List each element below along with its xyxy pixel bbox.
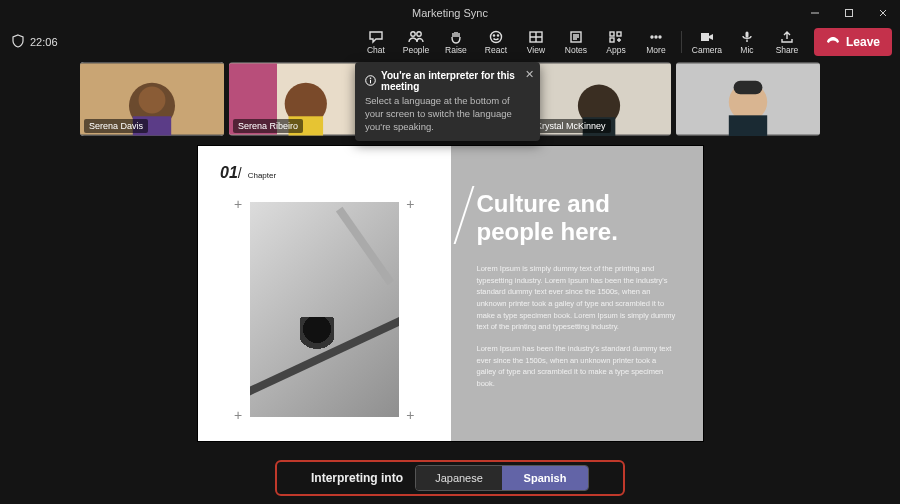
slide-heading: Culture and people here. xyxy=(477,190,678,245)
mic-icon xyxy=(739,30,755,44)
maximize-button[interactable] xyxy=(832,0,866,26)
meeting-toolbar: 22:06 Chat People Raise React View Notes… xyxy=(0,26,900,58)
minimize-button[interactable] xyxy=(798,0,832,26)
slide-paragraph: Lorem Ipsum has been the industry's stan… xyxy=(477,343,678,390)
svg-point-18 xyxy=(139,87,166,114)
apps-icon xyxy=(608,30,624,44)
chapter-number: 01 xyxy=(220,164,238,181)
crop-mark-icon: + xyxy=(234,407,242,423)
tooltip-title: You're an interpreter for this meeting xyxy=(381,70,530,92)
svg-point-4 xyxy=(493,34,494,35)
tooltip-body: Select a language at the bottom of your … xyxy=(365,95,530,133)
svg-point-3 xyxy=(490,31,501,42)
slide-paragraph: Lorem Ipsum is simply dummy text of the … xyxy=(477,263,678,333)
participant-tile[interactable] xyxy=(676,62,820,136)
shield-icon xyxy=(12,34,24,50)
slide-left-panel: 01/ Chapter + + + + xyxy=(198,146,451,441)
meeting-duration: 22:06 xyxy=(30,36,58,48)
interpreter-tooltip: ✕ You're an interpreter for this meeting… xyxy=(355,62,540,141)
meeting-status-left: 22:06 xyxy=(12,34,58,50)
react-button[interactable]: React xyxy=(477,27,515,57)
share-button[interactable]: Share xyxy=(768,27,806,57)
camera-icon xyxy=(699,30,715,44)
tooltip-close-button[interactable]: ✕ xyxy=(525,68,534,81)
svg-rect-14 xyxy=(701,33,709,41)
svg-rect-8 xyxy=(610,32,614,36)
language-option-spanish[interactable]: Spanish xyxy=(502,466,588,490)
interpreting-label: Interpreting into xyxy=(311,471,403,485)
shared-content: 01/ Chapter + + + + Culture and people h… xyxy=(198,146,703,441)
leave-icon xyxy=(826,35,840,49)
language-segmented-control: Japanese Spanish xyxy=(415,465,589,491)
svg-point-35 xyxy=(370,77,372,79)
svg-rect-15 xyxy=(745,31,748,37)
raise-hand-button[interactable]: Raise xyxy=(437,27,475,57)
view-button[interactable]: View xyxy=(517,27,555,57)
mic-button[interactable]: Mic xyxy=(728,27,766,57)
camera-button[interactable]: Camera xyxy=(688,27,726,57)
participant-name: Krystal McKinney xyxy=(531,119,611,133)
svg-rect-36 xyxy=(370,79,371,83)
chat-button[interactable]: Chat xyxy=(357,27,395,57)
notes-button[interactable]: Notes xyxy=(557,27,595,57)
svg-rect-9 xyxy=(617,32,621,36)
window-controls xyxy=(798,0,900,26)
apps-button[interactable]: Apps xyxy=(597,27,635,57)
participant-name: Serena Davis xyxy=(84,119,148,133)
title-bar: Marketing Sync xyxy=(0,0,900,26)
svg-rect-0 xyxy=(846,10,853,17)
notes-icon xyxy=(568,30,584,44)
slide-photo xyxy=(250,202,399,417)
svg-rect-10 xyxy=(610,38,614,42)
svg-rect-32 xyxy=(734,81,763,94)
interpreting-bar: Interpreting into Japanese Spanish xyxy=(275,460,625,496)
window-title: Marketing Sync xyxy=(412,7,488,19)
svg-point-2 xyxy=(417,31,421,35)
crop-mark-icon: + xyxy=(406,407,414,423)
svg-point-1 xyxy=(411,31,415,35)
chat-icon xyxy=(368,30,384,44)
view-icon xyxy=(528,30,544,44)
svg-point-13 xyxy=(659,36,661,38)
more-icon xyxy=(648,30,664,44)
info-icon xyxy=(365,75,376,88)
participant-video xyxy=(676,62,820,136)
svg-point-12 xyxy=(655,36,657,38)
participant-name: Serena Ribeiro xyxy=(233,119,303,133)
svg-rect-33 xyxy=(729,115,767,136)
people-button[interactable]: People xyxy=(397,27,435,57)
toolbar-separator xyxy=(681,31,682,53)
language-option-japanese[interactable]: Japanese xyxy=(416,466,502,490)
participant-tile[interactable]: Krystal McKinney xyxy=(527,62,671,136)
chapter-label: Chapter xyxy=(248,171,276,180)
more-button[interactable]: More xyxy=(637,27,675,57)
share-icon xyxy=(779,30,795,44)
leave-button[interactable]: Leave xyxy=(814,28,892,56)
svg-point-11 xyxy=(651,36,653,38)
react-icon xyxy=(488,30,504,44)
crop-mark-icon: + xyxy=(406,196,414,212)
svg-point-5 xyxy=(497,34,498,35)
participant-tile[interactable]: Serena Davis xyxy=(80,62,224,136)
participant-tile[interactable]: Serena Ribeiro xyxy=(229,62,373,136)
people-icon xyxy=(408,30,424,44)
crop-mark-icon: + xyxy=(234,196,242,212)
raise-hand-icon xyxy=(448,30,464,44)
close-button[interactable] xyxy=(866,0,900,26)
slide-right-panel: Culture and people here. Lorem Ipsum is … xyxy=(451,146,704,441)
